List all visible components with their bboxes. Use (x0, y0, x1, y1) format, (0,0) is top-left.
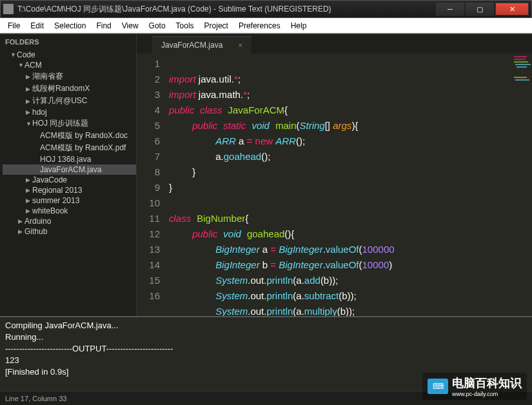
tree-item[interactable]: ▶Regional 2013 (3, 185, 136, 195)
main-area: FOLDERS ▼Code▼ACM▶湖南省赛▶线段树RandomX▶计算几何@U… (0, 34, 532, 316)
tree-item[interactable]: ▼ACM (3, 60, 136, 70)
tree-item-label: 计算几何@USC (32, 95, 88, 106)
window-buttons: ─ ▢ ✕ (435, 3, 529, 15)
app-icon (3, 4, 14, 14)
chevron-right-icon: ▶ (26, 98, 32, 104)
menu-view[interactable]: View (117, 20, 144, 32)
chevron-right-icon: ▶ (26, 187, 32, 193)
menu-find[interactable]: Find (91, 20, 116, 32)
maximize-button[interactable]: ▢ (466, 3, 494, 15)
chevron-right-icon: ▶ (26, 74, 32, 80)
line-number: 15 (137, 273, 160, 288)
tree-item-label: whiteBook (32, 206, 68, 215)
menu-file[interactable]: File (3, 20, 25, 32)
chevron-right-icon: ▶ (26, 208, 32, 214)
line-number: 1 (137, 56, 160, 72)
tab-bar: JavaForACM.java × (137, 34, 532, 54)
tree-item-label: HOJ 1368.java (40, 155, 91, 164)
chevron-right-icon: ▶ (26, 197, 32, 204)
tree-item[interactable]: ▼HOJ 同步训练题 (3, 117, 136, 130)
tree-item[interactable]: ▶计算几何@USC (3, 95, 136, 107)
tab-javaforacm[interactable]: JavaForACM.java × (152, 36, 251, 54)
chevron-right-icon: ▶ (18, 218, 25, 224)
tree-item-label: JavaForACM.java (40, 165, 101, 174)
tab-close-icon[interactable]: × (238, 41, 242, 49)
watermark-icon: ⌨ (428, 379, 448, 394)
tree-item-label: Code (17, 50, 35, 59)
tree-item-label: Regional 2013 (32, 186, 82, 195)
line-number: 14 (137, 257, 160, 273)
tree-item-label: JavaCode (32, 175, 67, 184)
watermark: ⌨ 电脑百科知识 www.pc-daily.com (422, 373, 527, 400)
line-number: 8 (137, 164, 160, 180)
menu-preferences[interactable]: Preferences (233, 20, 286, 32)
line-number: 3 (137, 87, 160, 103)
tree-item-label: ACM (25, 61, 42, 70)
editor-area: JavaForACM.java × 1234567891011121314151… (137, 34, 532, 316)
window-title: T:\Code\ACM\HOJ 同步训练题\JavaForACM.java (C… (17, 4, 435, 15)
close-button[interactable]: ✕ (495, 3, 529, 15)
tree-item[interactable]: ▼Code (3, 50, 136, 60)
tree-item[interactable]: ACM模版 by RandoX.pdf (3, 142, 136, 154)
chevron-right-icon: ▶ (26, 177, 32, 183)
sidebar: FOLDERS ▼Code▼ACM▶湖南省赛▶线段树RandomX▶计算几何@U… (0, 34, 137, 316)
line-number: 12 (137, 226, 160, 242)
tree-item[interactable]: ▶whiteBook (3, 206, 136, 216)
tree-item-label: Github (25, 227, 47, 236)
chevron-right-icon: ▶ (18, 228, 25, 235)
tree-item[interactable]: ▶hdoj (3, 107, 136, 117)
watermark-text: 电脑百科知识 (452, 375, 522, 391)
menu-tools[interactable]: Tools (171, 20, 199, 32)
tree-item-label: Arduino (25, 217, 51, 226)
window-titlebar: T:\Code\ACM\HOJ 同步训练题\JavaForACM.java (C… (0, 0, 532, 18)
chevron-down-icon: ▼ (10, 52, 17, 58)
tree-item[interactable]: ▶Arduino (3, 216, 136, 226)
folder-tree: ▼Code▼ACM▶湖南省赛▶线段树RandomX▶计算几何@USC▶hdoj▼… (0, 50, 136, 237)
line-number: 2 (137, 72, 160, 87)
code-editor[interactable]: 12345678910111213141516 import java.util… (137, 54, 532, 316)
tree-item[interactable]: ▶Github (3, 226, 136, 237)
tree-item-label: 湖南省赛 (32, 71, 63, 82)
menu-goto[interactable]: Goto (144, 20, 171, 32)
menubar: File Edit Selection Find View Goto Tools… (0, 18, 532, 34)
chevron-down-icon: ▼ (18, 62, 25, 68)
tree-item[interactable]: ▶summer 2013 (3, 195, 136, 206)
tree-item-label: 线段树RandomX (32, 83, 90, 94)
sidebar-header: FOLDERS (0, 34, 136, 50)
tree-item[interactable]: ACM模版 by RandoX.doc (3, 130, 136, 142)
watermark-url: www.pc-daily.com (452, 391, 522, 397)
line-number: 16 (137, 288, 160, 304)
menu-help[interactable]: Help (286, 20, 312, 32)
line-number: 13 (137, 242, 160, 257)
minimap[interactable] (513, 54, 532, 316)
line-gutter: 12345678910111213141516 (137, 54, 166, 316)
tree-item-label: summer 2013 (32, 196, 79, 205)
menu-project[interactable]: Project (199, 20, 233, 32)
line-number: 7 (137, 149, 160, 164)
line-number: 10 (137, 195, 160, 211)
tree-item[interactable]: ▶JavaCode (3, 175, 136, 185)
line-number: 11 (137, 211, 160, 226)
line-number: 9 (137, 180, 160, 195)
status-position: Line 17, Column 33 (5, 395, 66, 402)
tree-item[interactable]: ▶湖南省赛 (3, 70, 136, 83)
tree-item-label: HOJ 同步训练题 (32, 118, 88, 129)
line-number: 6 (137, 133, 160, 149)
tree-item-label: ACM模版 by RandoX.pdf (40, 143, 126, 153)
tree-item-label: ACM模版 by RandoX.doc (40, 130, 128, 141)
tree-item[interactable]: HOJ 1368.java (3, 154, 136, 164)
menu-selection[interactable]: Selection (49, 20, 91, 32)
tree-item[interactable]: ▶线段树RandomX (3, 83, 136, 95)
code-content[interactable]: import java.util.*; import java.math.*; … (166, 54, 532, 316)
line-number: 5 (137, 118, 160, 133)
tree-item-label: hdoj (32, 108, 47, 117)
chevron-down-icon: ▼ (26, 121, 32, 127)
chevron-right-icon: ▶ (26, 109, 32, 115)
minimize-button[interactable]: ─ (436, 3, 464, 15)
tab-label: JavaForACM.java (161, 41, 222, 50)
chevron-right-icon: ▶ (26, 86, 32, 92)
tree-item[interactable]: JavaForACM.java (3, 164, 136, 175)
line-number: 4 (137, 103, 160, 118)
menu-edit[interactable]: Edit (25, 20, 49, 32)
